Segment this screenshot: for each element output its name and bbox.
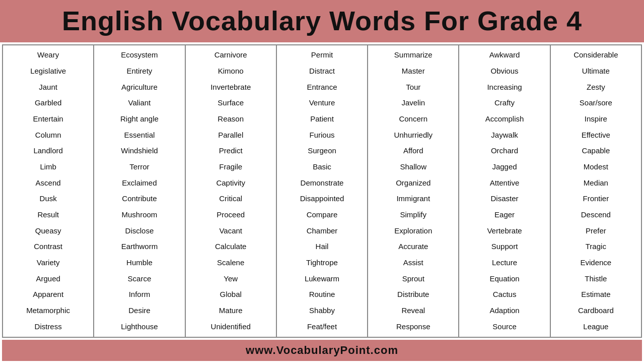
word-item: Lighthouse [121, 322, 158, 332]
word-item: Capable [582, 146, 610, 156]
word-item: Accurate [398, 242, 428, 252]
word-item: Entrance [307, 83, 337, 92]
word-item: Compare [307, 210, 338, 220]
vocabulary-column-4: PermitDistractEntranceVenturePatientFuri… [277, 45, 368, 337]
word-item: Tragic [586, 242, 606, 252]
word-item: Basic [313, 162, 331, 172]
word-item: Permit [311, 50, 333, 60]
word-item: Immigrant [396, 194, 430, 204]
word-item: Simplify [400, 210, 427, 220]
word-item: Garbled [35, 98, 61, 108]
word-item: Dusk [40, 194, 57, 204]
vocabulary-column-5: SummarizeMasterTourJavelinConcernUnhurri… [368, 45, 459, 337]
word-item: Venture [309, 98, 335, 108]
word-item: Contrast [34, 242, 62, 252]
word-item: Reason [218, 114, 244, 124]
word-item: Disappointed [300, 194, 344, 204]
word-item: Unhurriedly [394, 131, 433, 140]
word-item: Orchard [491, 146, 518, 156]
vocabulary-column-7: ConsiderableUltimateZestySoar/soreInspir… [551, 45, 641, 337]
word-item: Cactus [493, 290, 517, 299]
word-item: Critical [219, 194, 242, 204]
page-header: English Vocabulary Words For Grade 4 [0, 0, 644, 42]
word-item: Result [37, 210, 59, 220]
word-item: Jaunt [39, 83, 57, 92]
word-item: Predict [219, 146, 243, 156]
word-item: Support [491, 242, 518, 252]
page-title: English Vocabulary Words For Grade 4 [0, 5, 644, 36]
word-item: Distress [35, 322, 62, 332]
word-item: Median [584, 178, 608, 188]
word-item: League [583, 322, 608, 332]
word-item: Shallow [400, 162, 427, 172]
word-item: Essential [124, 131, 155, 140]
word-item: Concern [399, 114, 427, 124]
word-item: Parallel [218, 131, 243, 140]
word-item: Metamorphic [26, 306, 70, 316]
word-item: Soar/sore [580, 98, 612, 108]
word-item: Modest [584, 162, 608, 172]
word-item: Awkward [489, 50, 520, 60]
word-item: Furious [309, 131, 334, 140]
word-item: Vertebrate [487, 226, 522, 236]
word-item: Feat/feet [307, 322, 337, 332]
word-item: Humble [126, 258, 153, 268]
word-item: Eager [494, 210, 515, 220]
word-item: Adaption [489, 306, 519, 316]
word-item: Entirety [126, 67, 152, 76]
word-item: Variety [37, 258, 60, 268]
word-item: Crafty [494, 98, 515, 108]
word-item: Exclaimed [122, 178, 157, 188]
word-item: Assist [403, 258, 423, 268]
word-item: Routine [309, 290, 335, 299]
word-item: Surgeon [308, 146, 336, 156]
word-item: Source [492, 322, 517, 332]
word-item: Jaywalk [491, 131, 518, 140]
footer-bar: www.VocabularyPoint.com [2, 340, 642, 361]
word-item: Shabby [309, 306, 335, 316]
word-item: Obvious [491, 67, 519, 76]
word-item: Ecosystem [121, 50, 158, 60]
word-item: Column [35, 131, 61, 140]
word-item: Accomplish [485, 114, 524, 124]
word-item: Fragile [219, 162, 242, 172]
word-item: Argued [36, 274, 60, 284]
vocabulary-column-1: WearyLegislativeJauntGarbledEntertainCol… [3, 45, 94, 337]
word-item: Patient [310, 114, 334, 124]
word-item: Invertebrate [210, 83, 251, 92]
vocabulary-column-3: CarnivoreKimonoInvertebrateSurfaceReason… [186, 45, 277, 337]
word-item: Vacant [219, 226, 242, 236]
footer-url: www.VocabularyPoint.com [246, 344, 398, 356]
word-item: Disclose [125, 226, 154, 236]
word-item: Evidence [580, 258, 611, 268]
word-item: Windshield [121, 146, 158, 156]
word-item: Ascend [36, 178, 61, 188]
word-item: Kimono [218, 67, 244, 76]
word-item: Frontier [583, 194, 609, 204]
word-item: Desire [128, 306, 150, 316]
word-item: Mushroom [121, 210, 157, 220]
word-item: Tightrope [306, 258, 338, 268]
word-item: Afford [403, 146, 423, 156]
word-item: Inspire [585, 114, 607, 124]
word-item: Demonstrate [301, 178, 344, 188]
word-item: Considerable [574, 50, 618, 60]
word-item: Landlord [33, 146, 62, 156]
word-item: Lukewarm [305, 274, 339, 284]
word-item: Earthworm [121, 242, 158, 252]
word-item: Disaster [491, 194, 519, 204]
word-item: Legislative [30, 67, 66, 76]
word-item: Tour [406, 83, 420, 92]
word-item: Distribute [397, 290, 429, 299]
word-item: Exploration [394, 226, 432, 236]
word-item: Chamber [307, 226, 338, 236]
word-item: Inform [129, 290, 151, 299]
word-item: Surface [218, 98, 244, 108]
word-item: Javelin [401, 98, 425, 108]
word-item: Mature [219, 306, 243, 316]
word-item: Proceed [217, 210, 245, 220]
word-item: Summarize [394, 50, 433, 60]
word-item: Cardboard [578, 306, 614, 316]
word-item: Ultimate [582, 67, 610, 76]
word-item: Organized [396, 178, 431, 188]
